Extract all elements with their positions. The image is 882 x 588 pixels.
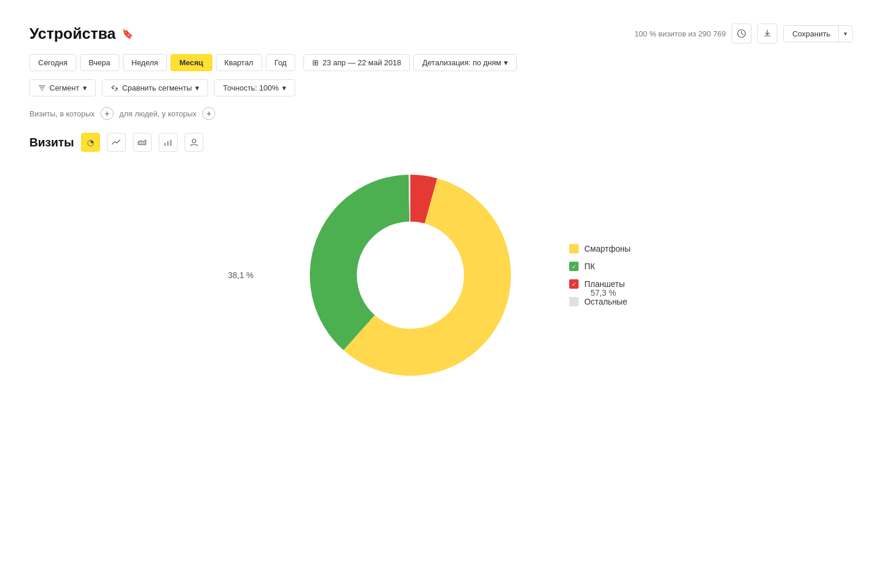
date-range-button[interactable]: ⊞ 23 апр — 22 май 2018	[303, 54, 410, 71]
period-quarter[interactable]: Квартал	[216, 54, 262, 71]
chart-area: 38,1 %	[29, 163, 853, 387]
legend-color-smartphones	[569, 244, 579, 253]
save-chevron-icon[interactable]: ▾	[839, 26, 852, 41]
detail-button[interactable]: Детализация: по дням ▾	[413, 54, 516, 71]
legend-color-pc: ✓	[569, 262, 579, 271]
period-tabs-row: Сегодня Вчера Неделя Месяц Квартал Год ⊞…	[29, 54, 853, 71]
svg-rect-7	[167, 141, 169, 146]
legend-item-others: Остальные	[569, 297, 631, 306]
chart-type-pie-button[interactable]: ◔	[81, 133, 100, 152]
legend-label-pc: ПК	[584, 262, 595, 271]
chart-type-line-button[interactable]	[107, 133, 126, 152]
compare-icon	[111, 84, 119, 92]
segment-chevron-icon: ▾	[83, 83, 87, 92]
legend-label-tablets: Планшеты	[584, 279, 625, 289]
chart-label-left: 38,1 %	[228, 270, 254, 280]
visits-info: 100 % визитов из 290 769	[634, 29, 726, 38]
compare-button[interactable]: Сравнить сегменты ▾	[102, 79, 209, 96]
accuracy-chevron-icon: ▾	[282, 83, 286, 92]
segment-row: Визиты, в которых + для людей, у которых…	[29, 107, 853, 120]
segment-button[interactable]: Сегмент ▾	[29, 79, 96, 96]
compare-label: Сравнить сегменты	[122, 83, 192, 92]
visits-section-header: Визиты ◔	[29, 133, 853, 152]
save-button[interactable]: Сохранить ▾	[783, 25, 853, 42]
chart-label-right: 57,3 %	[590, 288, 616, 298]
donut-chart	[299, 163, 522, 387]
chart-type-user-button[interactable]	[185, 133, 203, 152]
legend-item-pc: ✓ ПК	[569, 262, 631, 271]
svg-point-9	[192, 139, 196, 143]
legend-color-others	[569, 297, 579, 306]
filter-icon	[38, 84, 46, 92]
chart-type-area-button[interactable]	[133, 133, 152, 152]
legend-color-tablets: ✓	[569, 279, 579, 289]
date-range-icon: ⊞	[312, 58, 319, 67]
accuracy-button[interactable]: Точность: 100% ▾	[214, 79, 295, 96]
period-year[interactable]: Год	[266, 54, 296, 71]
svg-rect-8	[170, 140, 172, 146]
period-month[interactable]: Месяц	[171, 54, 212, 71]
chevron-down-icon: ▾	[504, 58, 508, 67]
detail-label: Детализация: по дням	[422, 58, 501, 67]
svg-point-5	[115, 87, 117, 89]
date-range-label: 23 апр — 22 май 2018	[322, 58, 401, 67]
bookmark-icon[interactable]: 🔖	[122, 28, 133, 39]
period-week[interactable]: Неделя	[123, 54, 167, 71]
page-title: Устройства	[29, 25, 116, 43]
add-visits-condition-button[interactable]: +	[101, 107, 113, 120]
segment-prefix: Визиты, в которых	[29, 109, 95, 118]
compare-chevron-icon: ▾	[195, 83, 199, 92]
legend-label-smartphones: Смартфоны	[584, 244, 631, 253]
svg-rect-6	[164, 143, 166, 146]
visits-label: Визиты	[29, 136, 74, 149]
segment-suffix: для людей, у которых	[119, 109, 196, 118]
period-yesterday[interactable]: Вчера	[80, 54, 119, 71]
export-button[interactable]	[757, 24, 777, 44]
legend-item-smartphones: Смартфоны	[569, 244, 631, 253]
period-today[interactable]: Сегодня	[29, 54, 76, 71]
svg-point-4	[112, 87, 113, 89]
chart-type-bar-button[interactable]	[159, 133, 178, 152]
legend-item-tablets: ✓ Планшеты	[569, 279, 631, 289]
donut-center-hole	[375, 240, 446, 310]
legend-label-others: Остальные	[584, 297, 627, 306]
filter-row: Сегмент ▾ Сравнить сегменты ▾ Точность: …	[29, 79, 853, 96]
accuracy-label: Точность: 100%	[223, 83, 279, 92]
segment-label: Сегмент	[49, 83, 79, 92]
history-button[interactable]	[731, 24, 751, 44]
add-people-condition-button[interactable]: +	[202, 107, 215, 120]
